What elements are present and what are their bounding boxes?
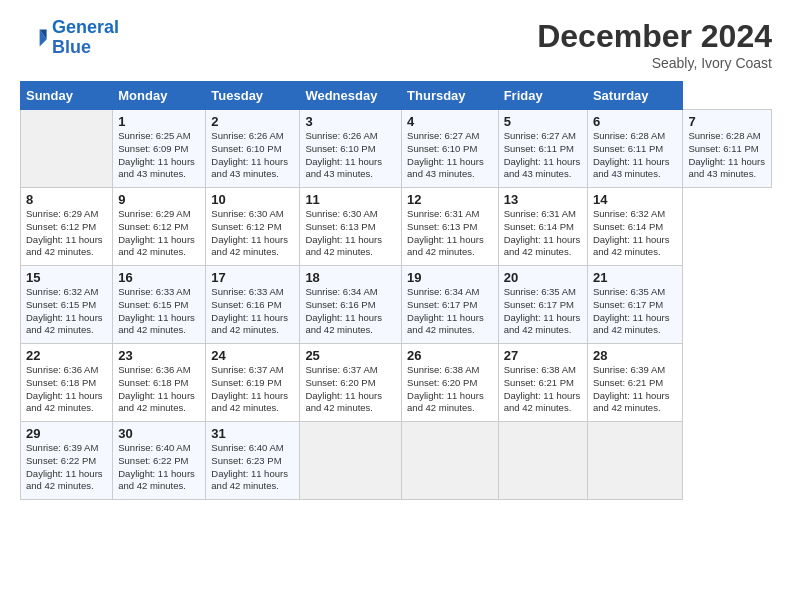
week-row-4: 22Sunrise: 6:36 AMSunset: 6:18 PMDayligh… [21, 344, 772, 422]
day-number: 19 [407, 270, 493, 285]
day-number: 21 [593, 270, 678, 285]
day-number: 11 [305, 192, 396, 207]
col-header-thursday: Thursday [402, 82, 499, 110]
calendar-cell: 25Sunrise: 6:37 AMSunset: 6:20 PMDayligh… [300, 344, 402, 422]
day-info: Sunrise: 6:38 AMSunset: 6:20 PMDaylight:… [407, 364, 484, 413]
day-info: Sunrise: 6:34 AMSunset: 6:16 PMDaylight:… [305, 286, 382, 335]
calendar-cell: 7Sunrise: 6:28 AMSunset: 6:11 PMDaylight… [683, 110, 772, 188]
calendar-cell [300, 422, 402, 500]
day-number: 2 [211, 114, 294, 129]
calendar-cell: 5Sunrise: 6:27 AMSunset: 6:11 PMDaylight… [498, 110, 587, 188]
day-info: Sunrise: 6:27 AMSunset: 6:10 PMDaylight:… [407, 130, 484, 179]
col-header-friday: Friday [498, 82, 587, 110]
calendar-cell: 8Sunrise: 6:29 AMSunset: 6:12 PMDaylight… [21, 188, 113, 266]
calendar-cell: 21Sunrise: 6:35 AMSunset: 6:17 PMDayligh… [587, 266, 683, 344]
day-number: 31 [211, 426, 294, 441]
calendar-cell: 31Sunrise: 6:40 AMSunset: 6:23 PMDayligh… [206, 422, 300, 500]
page: General Blue December 2024 Seably, Ivory… [0, 0, 792, 510]
day-number: 10 [211, 192, 294, 207]
empty-cell [21, 110, 113, 188]
calendar-cell: 11Sunrise: 6:30 AMSunset: 6:13 PMDayligh… [300, 188, 402, 266]
day-info: Sunrise: 6:40 AMSunset: 6:22 PMDaylight:… [118, 442, 195, 491]
week-row-3: 15Sunrise: 6:32 AMSunset: 6:15 PMDayligh… [21, 266, 772, 344]
day-info: Sunrise: 6:37 AMSunset: 6:20 PMDaylight:… [305, 364, 382, 413]
day-info: Sunrise: 6:37 AMSunset: 6:19 PMDaylight:… [211, 364, 288, 413]
calendar-cell: 13Sunrise: 6:31 AMSunset: 6:14 PMDayligh… [498, 188, 587, 266]
col-header-monday: Monday [113, 82, 206, 110]
header-row: SundayMondayTuesdayWednesdayThursdayFrid… [21, 82, 772, 110]
location: Seably, Ivory Coast [537, 55, 772, 71]
calendar-cell: 15Sunrise: 6:32 AMSunset: 6:15 PMDayligh… [21, 266, 113, 344]
week-row-5: 29Sunrise: 6:39 AMSunset: 6:22 PMDayligh… [21, 422, 772, 500]
day-info: Sunrise: 6:33 AMSunset: 6:16 PMDaylight:… [211, 286, 288, 335]
day-number: 7 [688, 114, 766, 129]
day-info: Sunrise: 6:26 AMSunset: 6:10 PMDaylight:… [305, 130, 382, 179]
day-info: Sunrise: 6:29 AMSunset: 6:12 PMDaylight:… [26, 208, 103, 257]
calendar-cell: 14Sunrise: 6:32 AMSunset: 6:14 PMDayligh… [587, 188, 683, 266]
calendar-cell: 29Sunrise: 6:39 AMSunset: 6:22 PMDayligh… [21, 422, 113, 500]
day-info: Sunrise: 6:38 AMSunset: 6:21 PMDaylight:… [504, 364, 581, 413]
calendar-cell: 9Sunrise: 6:29 AMSunset: 6:12 PMDaylight… [113, 188, 206, 266]
calendar-cell: 4Sunrise: 6:27 AMSunset: 6:10 PMDaylight… [402, 110, 499, 188]
logo-line1: General [52, 17, 119, 37]
day-number: 14 [593, 192, 678, 207]
day-number: 1 [118, 114, 200, 129]
day-info: Sunrise: 6:39 AMSunset: 6:22 PMDaylight:… [26, 442, 103, 491]
day-info: Sunrise: 6:26 AMSunset: 6:10 PMDaylight:… [211, 130, 288, 179]
calendar-cell: 26Sunrise: 6:38 AMSunset: 6:20 PMDayligh… [402, 344, 499, 422]
calendar-cell: 23Sunrise: 6:36 AMSunset: 6:18 PMDayligh… [113, 344, 206, 422]
day-number: 16 [118, 270, 200, 285]
day-number: 18 [305, 270, 396, 285]
day-number: 9 [118, 192, 200, 207]
day-info: Sunrise: 6:30 AMSunset: 6:12 PMDaylight:… [211, 208, 288, 257]
logo-icon [20, 24, 48, 52]
day-info: Sunrise: 6:33 AMSunset: 6:15 PMDaylight:… [118, 286, 195, 335]
day-info: Sunrise: 6:28 AMSunset: 6:11 PMDaylight:… [688, 130, 765, 179]
day-info: Sunrise: 6:31 AMSunset: 6:13 PMDaylight:… [407, 208, 484, 257]
calendar-cell: 27Sunrise: 6:38 AMSunset: 6:21 PMDayligh… [498, 344, 587, 422]
day-number: 29 [26, 426, 107, 441]
day-info: Sunrise: 6:27 AMSunset: 6:11 PMDaylight:… [504, 130, 581, 179]
calendar-cell: 22Sunrise: 6:36 AMSunset: 6:18 PMDayligh… [21, 344, 113, 422]
col-header-sunday: Sunday [21, 82, 113, 110]
day-number: 27 [504, 348, 582, 363]
day-info: Sunrise: 6:29 AMSunset: 6:12 PMDaylight:… [118, 208, 195, 257]
day-info: Sunrise: 6:39 AMSunset: 6:21 PMDaylight:… [593, 364, 670, 413]
calendar-table: SundayMondayTuesdayWednesdayThursdayFrid… [20, 81, 772, 500]
calendar-cell: 30Sunrise: 6:40 AMSunset: 6:22 PMDayligh… [113, 422, 206, 500]
calendar-cell: 6Sunrise: 6:28 AMSunset: 6:11 PMDaylight… [587, 110, 683, 188]
day-number: 5 [504, 114, 582, 129]
day-number: 8 [26, 192, 107, 207]
month-title: December 2024 [537, 18, 772, 55]
calendar-cell: 28Sunrise: 6:39 AMSunset: 6:21 PMDayligh… [587, 344, 683, 422]
day-number: 25 [305, 348, 396, 363]
logo-text: General Blue [52, 18, 119, 58]
col-header-saturday: Saturday [587, 82, 683, 110]
day-number: 3 [305, 114, 396, 129]
day-info: Sunrise: 6:32 AMSunset: 6:15 PMDaylight:… [26, 286, 103, 335]
header: General Blue December 2024 Seably, Ivory… [20, 18, 772, 71]
calendar-cell: 1Sunrise: 6:25 AMSunset: 6:09 PMDaylight… [113, 110, 206, 188]
day-number: 20 [504, 270, 582, 285]
day-info: Sunrise: 6:36 AMSunset: 6:18 PMDaylight:… [118, 364, 195, 413]
logo-line2: Blue [52, 37, 91, 57]
day-number: 12 [407, 192, 493, 207]
col-header-wednesday: Wednesday [300, 82, 402, 110]
calendar-cell [587, 422, 683, 500]
day-number: 24 [211, 348, 294, 363]
day-number: 22 [26, 348, 107, 363]
day-number: 26 [407, 348, 493, 363]
calendar-cell: 2Sunrise: 6:26 AMSunset: 6:10 PMDaylight… [206, 110, 300, 188]
day-info: Sunrise: 6:25 AMSunset: 6:09 PMDaylight:… [118, 130, 195, 179]
day-info: Sunrise: 6:31 AMSunset: 6:14 PMDaylight:… [504, 208, 581, 257]
title-block: December 2024 Seably, Ivory Coast [537, 18, 772, 71]
calendar-cell: 17Sunrise: 6:33 AMSunset: 6:16 PMDayligh… [206, 266, 300, 344]
day-number: 4 [407, 114, 493, 129]
day-info: Sunrise: 6:35 AMSunset: 6:17 PMDaylight:… [593, 286, 670, 335]
day-number: 23 [118, 348, 200, 363]
day-info: Sunrise: 6:40 AMSunset: 6:23 PMDaylight:… [211, 442, 288, 491]
day-info: Sunrise: 6:30 AMSunset: 6:13 PMDaylight:… [305, 208, 382, 257]
day-number: 13 [504, 192, 582, 207]
logo: General Blue [20, 18, 119, 58]
calendar-cell: 18Sunrise: 6:34 AMSunset: 6:16 PMDayligh… [300, 266, 402, 344]
